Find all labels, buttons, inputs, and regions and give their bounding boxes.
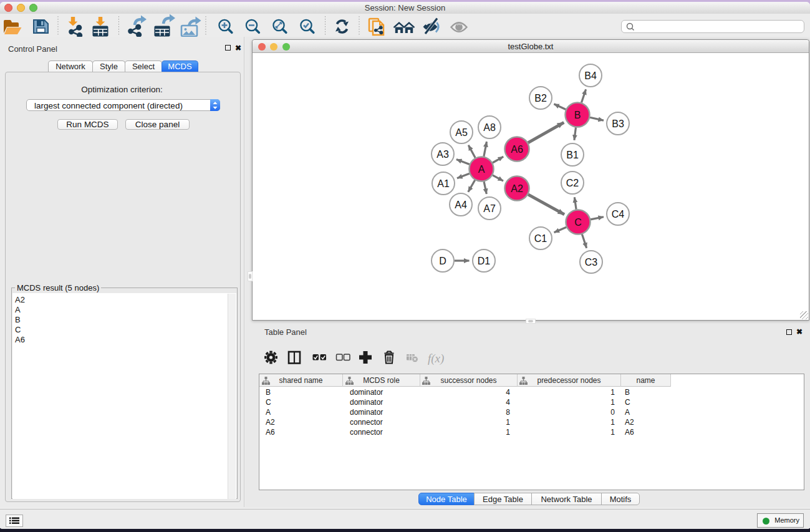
svg-text:f(x): f(x) <box>428 352 444 365</box>
